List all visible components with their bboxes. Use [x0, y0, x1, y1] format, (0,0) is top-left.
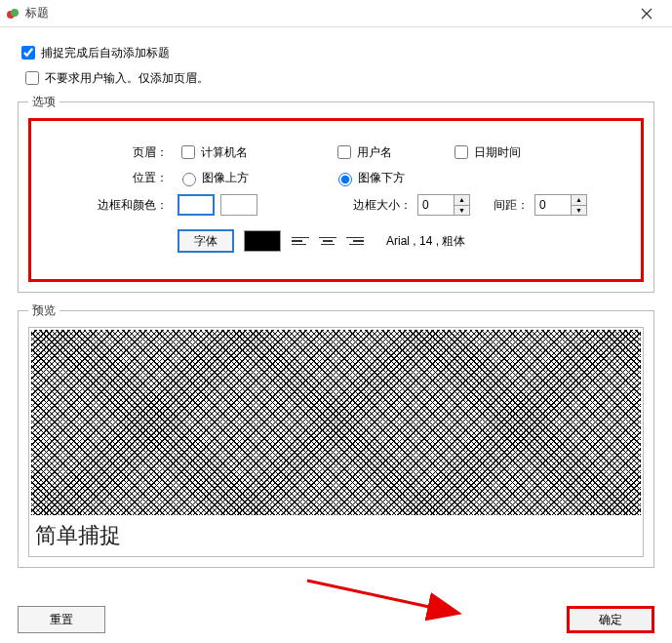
spacing-label: 间距：	[494, 197, 529, 214]
align-center-icon[interactable]	[319, 233, 336, 249]
border-size-field[interactable]: 0 ▲ ▼	[417, 194, 470, 216]
user-name-label: 用户名	[357, 144, 392, 161]
spacing-down[interactable]: ▼	[572, 206, 586, 216]
spacing-field[interactable]: 0 ▲ ▼	[534, 194, 587, 216]
window-title: 标题	[25, 5, 627, 21]
computer-name-label: 计算机名	[201, 144, 248, 161]
app-icon	[6, 7, 20, 20]
titlebar: 标题	[0, 0, 672, 27]
location-below-radio[interactable]: 图像下方	[334, 170, 451, 186]
border-size-up[interactable]: ▲	[455, 195, 469, 206]
date-time-checkbox[interactable]: 日期时间	[451, 142, 607, 162]
user-name-input[interactable]	[337, 145, 351, 159]
border-color-label: 边框和颜色：	[41, 197, 178, 214]
align-left-icon[interactable]	[292, 233, 309, 249]
options-legend: 选项	[28, 94, 59, 110]
ok-button[interactable]: 确定	[567, 606, 654, 633]
no-user-input-input[interactable]	[25, 71, 39, 85]
preview-box: 简单捕捉	[28, 327, 644, 557]
ok-button-label: 确定	[599, 612, 622, 628]
spacing-value[interactable]: 0	[535, 195, 571, 215]
auto-add-title-input[interactable]	[21, 46, 35, 60]
computer-name-checkbox[interactable]: 计算机名	[178, 142, 334, 162]
font-color-swatch[interactable]	[244, 230, 281, 252]
font-button-label: 字体	[194, 233, 217, 250]
align-right-icon[interactable]	[346, 233, 364, 249]
location-above-label: 图像上方	[202, 170, 249, 186]
no-user-input-checkbox[interactable]: 不要求用户输入。仅添加页眉。	[21, 68, 654, 88]
border-size-down[interactable]: ▼	[455, 206, 469, 216]
svg-point-1	[11, 9, 19, 17]
close-button[interactable]	[627, 0, 666, 27]
auto-add-title-checkbox[interactable]: 捕捉完成后自动添加标题	[18, 43, 654, 62]
border-color-swatch-2[interactable]	[220, 194, 257, 216]
font-description: Arial , 14 , 粗体	[386, 233, 465, 250]
no-user-input-label: 不要求用户输入。仅添加页眉。	[45, 70, 209, 87]
auto-add-title-label: 捕捉完成后自动添加标题	[41, 45, 170, 61]
preview-legend: 预览	[28, 302, 59, 319]
computer-name-input[interactable]	[181, 145, 195, 159]
border-color-swatch-1[interactable]	[178, 194, 215, 216]
reset-button-label: 重置	[50, 612, 73, 628]
location-below-input[interactable]	[338, 173, 352, 186]
location-above-input[interactable]	[182, 173, 196, 186]
preview-pattern	[31, 330, 641, 515]
location-label: 位置：	[41, 170, 178, 186]
preview-group: 预览 简单捕捉	[18, 302, 654, 568]
font-button[interactable]: 字体	[178, 229, 234, 253]
reset-button[interactable]: 重置	[18, 606, 105, 633]
location-below-label: 图像下方	[358, 170, 405, 186]
border-size-label: 边框大小：	[353, 197, 412, 214]
border-size-value[interactable]: 0	[418, 195, 454, 215]
date-time-input[interactable]	[455, 145, 468, 159]
date-time-label: 日期时间	[474, 144, 521, 161]
options-group: 选项 页眉： 计算机名 用户名 日期时间	[18, 94, 654, 293]
user-name-checkbox[interactable]: 用户名	[334, 142, 451, 162]
preview-caption: 简单捕捉	[31, 515, 641, 554]
location-above-radio[interactable]: 图像上方	[178, 170, 334, 186]
header-label: 页眉：	[41, 144, 178, 161]
spacing-up[interactable]: ▲	[572, 195, 586, 206]
options-highlight: 页眉： 计算机名 用户名 日期时间	[28, 118, 644, 282]
